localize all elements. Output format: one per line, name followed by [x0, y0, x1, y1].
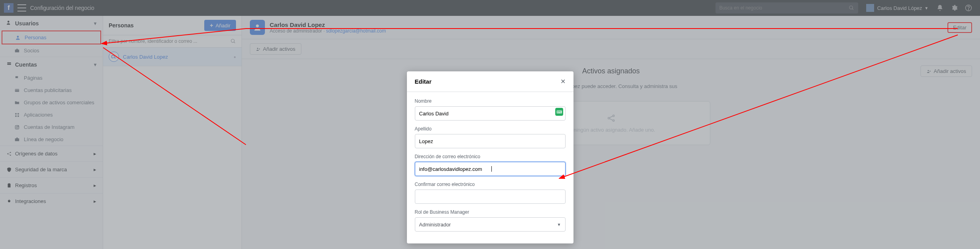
modal-overlay[interactable]: Editar ✕ Nombre ⌨ Apellido Dirección de … — [0, 0, 980, 249]
apellido-label: Apellido — [415, 126, 566, 132]
nombre-input[interactable] — [415, 106, 566, 121]
confirm-label: Confirmar correo electrónico — [415, 182, 566, 187]
email-input[interactable] — [415, 162, 566, 176]
text-cursor — [491, 166, 492, 172]
close-icon[interactable]: ✕ — [560, 78, 566, 85]
rol-select[interactable]: Administrador ▼ — [415, 217, 566, 232]
nombre-label: Nombre — [415, 98, 566, 104]
password-manager-icon[interactable]: ⌨ — [555, 108, 563, 116]
chevron-down-icon: ▼ — [557, 222, 561, 227]
email-label: Dirección de correo electrónico — [415, 154, 566, 159]
modal-title: Editar — [415, 78, 432, 85]
confirm-input[interactable] — [415, 190, 566, 204]
apellido-input[interactable] — [415, 134, 566, 148]
edit-modal: Editar ✕ Nombre ⌨ Apellido Dirección de … — [407, 71, 573, 243]
rol-label: Rol de Business Manager — [415, 209, 566, 215]
